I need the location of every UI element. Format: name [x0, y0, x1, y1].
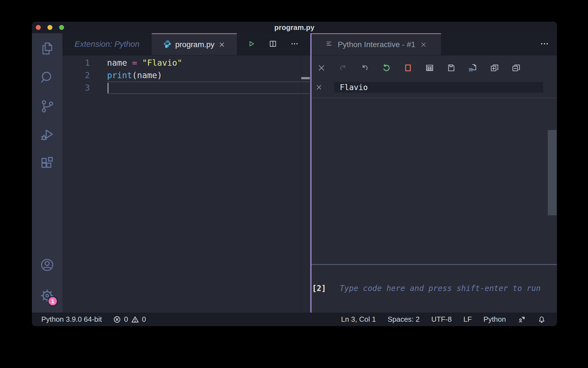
source-control-icon [39, 98, 55, 115]
bell-icon [538, 315, 546, 324]
error-count: 0 [124, 315, 128, 324]
window-title: program.py [32, 23, 557, 32]
remove-cell-button[interactable] [315, 83, 323, 91]
redo-icon [338, 63, 348, 74]
feedback-icon [518, 315, 526, 324]
line-number: 2 [62, 70, 107, 80]
problems-status[interactable]: 0 0 [113, 315, 146, 324]
python-file-icon [163, 40, 171, 50]
collapse-all-icon [511, 63, 521, 74]
tab-program-py[interactable]: program.py [152, 33, 237, 55]
ellipsis-icon [540, 39, 549, 50]
input-placeholder: Type code here and press shift-enter to … [340, 284, 541, 293]
code-editor[interactable]: 1name = "Flavio" 2print(name) 3 [62, 55, 310, 313]
tab-close-icon[interactable] [218, 41, 225, 48]
warning-count: 0 [142, 315, 146, 324]
editor-more-actions-button[interactable] [290, 40, 299, 49]
line-number: 1 [62, 58, 107, 68]
sidebar-item-explorer[interactable] [32, 35, 62, 63]
interactive-window-icon [325, 40, 333, 50]
tab-program-py-label: program.py [175, 40, 215, 49]
encoding-label: UTF-8 [431, 315, 452, 324]
interactive-toolbar [316, 63, 521, 74]
encoding-status[interactable]: UTF-8 [431, 315, 452, 324]
panel-more-actions-button[interactable] [540, 33, 557, 55]
python-interactive-panel: Python Interactive - #1 [311, 33, 557, 313]
settings-button[interactable] [32, 280, 62, 313]
run-file-button[interactable] [247, 40, 255, 49]
python-interpreter-status[interactable]: Python 3.9.0 64-bit [41, 315, 102, 324]
split-editor-button[interactable] [269, 40, 277, 49]
undo-icon [360, 63, 369, 74]
save-icon [447, 63, 456, 74]
redo-button[interactable] [338, 63, 348, 74]
sidebar-item-extensions[interactable] [32, 150, 62, 179]
export-button[interactable] [468, 63, 478, 74]
status-bar: Python 3.9.0 64-bit 0 0 Ln 3, Col 1 Spac… [32, 313, 557, 326]
extensions-icon [39, 156, 55, 173]
vscode-window: program.py [32, 22, 557, 326]
collapse-all-button[interactable] [511, 63, 521, 74]
undo-button[interactable] [359, 63, 370, 74]
restart-kernel-icon [382, 63, 391, 74]
execution-count-prompt: [2] [311, 284, 326, 293]
interrupt-kernel-button[interactable] [403, 63, 413, 74]
overview-ruler-cursor-mark [301, 77, 310, 79]
python-version-label: Python 3.9.0 64-bit [41, 315, 102, 324]
clear-all-button[interactable] [316, 63, 327, 74]
variable-explorer-icon [425, 63, 434, 74]
text-cursor [108, 83, 108, 93]
indentation-status[interactable]: Spaces: 2 [387, 315, 420, 324]
sidebar-item-run-debug[interactable] [32, 121, 62, 150]
notifications-button[interactable] [538, 315, 546, 324]
overview-ruler-divider [301, 55, 301, 313]
interactive-output-row: Flavio [311, 82, 557, 93]
interactive-body: Flavio [2] Type code here and press shif… [311, 55, 557, 313]
ellipsis-icon [290, 40, 299, 49]
split-editor-icon [269, 40, 277, 49]
variable-explorer-button[interactable] [424, 63, 435, 74]
warning-icon [131, 315, 139, 324]
expand-all-icon [490, 63, 499, 74]
search-icon [39, 70, 55, 86]
panel-tab-bar: Python Interactive - #1 [311, 33, 557, 55]
title-bar: program.py [32, 22, 557, 33]
sidebar-item-search[interactable] [32, 63, 62, 92]
cell-output-value: Flavio [334, 82, 543, 93]
editor-group: Extension: Python program.py [62, 33, 310, 313]
activity-bar: 1 [32, 33, 62, 313]
editor-tab-bar: Extension: Python program.py [62, 33, 310, 55]
account-button[interactable] [32, 251, 62, 280]
settings-badge: 1 [47, 296, 58, 306]
expand-all-button[interactable] [489, 63, 500, 74]
run-play-icon [247, 40, 255, 49]
panel-tab-close-icon[interactable] [420, 41, 427, 48]
tab-python-interactive-label: Python Interactive - #1 [338, 40, 415, 49]
eol-label: LF [463, 315, 472, 324]
cursor-position-status[interactable]: Ln 3, Col 1 [341, 315, 376, 324]
tab-python-interactive[interactable]: Python Interactive - #1 [311, 33, 441, 55]
feedback-button[interactable] [518, 315, 526, 324]
input-divider [311, 264, 557, 265]
code-line-1[interactable]: 1name = "Flavio" [62, 57, 310, 69]
interactive-input[interactable]: [2] Type code here and press shift-enter… [311, 283, 557, 294]
language-mode-status[interactable]: Python [483, 315, 506, 324]
tab-extension-python[interactable]: Extension: Python [62, 33, 152, 55]
error-icon [113, 315, 121, 324]
panel-scrollbar[interactable] [548, 130, 557, 215]
restart-kernel-button[interactable] [381, 63, 392, 74]
output-divider [311, 98, 557, 98]
indentation-label: Spaces: 2 [387, 315, 420, 324]
line-number: 3 [62, 83, 107, 93]
account-icon [39, 257, 55, 274]
sidebar-item-source-control[interactable] [32, 92, 62, 121]
code-line-2[interactable]: 2print(name) [62, 69, 310, 81]
explorer-icon [39, 41, 55, 57]
run-debug-icon [39, 127, 55, 144]
clear-icon [317, 63, 326, 74]
language-label: Python [483, 315, 506, 324]
eol-status[interactable]: LF [463, 315, 472, 324]
save-button[interactable] [446, 63, 457, 74]
cursor-position-label: Ln 3, Col 1 [341, 315, 376, 324]
export-icon [468, 63, 478, 74]
